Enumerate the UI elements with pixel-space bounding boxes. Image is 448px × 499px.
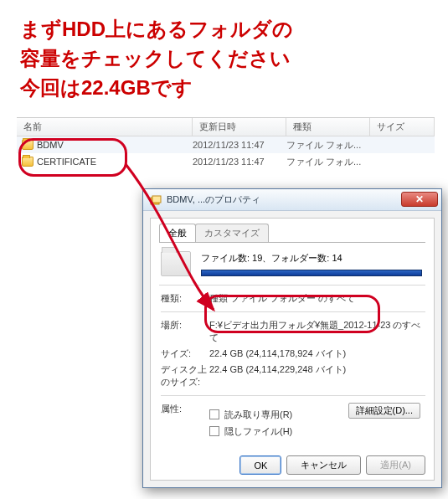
- dialog-title: BDMV, ...のプロパティ: [167, 193, 260, 206]
- label-hidden: 隠しファイル(H): [224, 425, 292, 438]
- label-kind: 種類:: [161, 292, 209, 305]
- label-location: 場所:: [161, 319, 209, 344]
- tab-customize[interactable]: カスタマイズ: [195, 224, 269, 242]
- checkbox-readonly[interactable]: [209, 409, 219, 419]
- label-attributes: 属性:: [161, 403, 209, 440]
- folder-stack-icon: [161, 251, 191, 276]
- file-count-summary: ファイル数: 19、フォルダー数: 14: [201, 252, 422, 265]
- checkbox-hidden[interactable]: [209, 426, 219, 436]
- col-type[interactable]: 種類: [286, 118, 370, 136]
- annotation-ring-folders: [18, 138, 127, 177]
- close-button[interactable]: ✕: [401, 192, 438, 207]
- annotation-ring-size: [204, 295, 380, 333]
- col-name[interactable]: 名前: [17, 118, 193, 136]
- close-icon: ✕: [415, 193, 424, 205]
- instruction-caption: まずHDD上にあるフォルダの 容量をチェックしてください 今回は22.4GBです: [20, 15, 293, 102]
- advanced-button[interactable]: 詳細設定(D)...: [348, 403, 420, 419]
- col-size[interactable]: サイズ: [370, 118, 435, 136]
- cancel-button[interactable]: キャンセル: [286, 455, 361, 475]
- ok-button[interactable]: OK: [239, 455, 281, 475]
- progress-bar: [201, 270, 422, 276]
- column-headers: 名前 更新日時 種類 サイズ: [17, 118, 435, 136]
- label-readonly: 読み取り専用(R): [224, 409, 292, 421]
- svg-rect-1: [152, 196, 161, 203]
- label-size: サイズ:: [161, 347, 209, 360]
- apply-button[interactable]: 適用(A): [366, 455, 425, 475]
- properties-dialog: BDMV, ...のプロパティ ✕ 全般 カスタマイズ ファイル数: 19、フォ…: [142, 188, 442, 488]
- tab-general[interactable]: 全般: [159, 224, 196, 242]
- value-size-on-disk: 22.4 GB (24,114,229,248 バイト): [209, 363, 425, 388]
- dialog-titlebar[interactable]: BDMV, ...のプロパティ ✕: [143, 189, 441, 211]
- col-date[interactable]: 更新日時: [193, 118, 286, 136]
- label-size-on-disk: ディスク上 のサイズ:: [161, 363, 209, 388]
- folder-stack-icon: [150, 194, 162, 206]
- value-size: 22.4 GB (24,114,178,924 バイト): [209, 347, 425, 360]
